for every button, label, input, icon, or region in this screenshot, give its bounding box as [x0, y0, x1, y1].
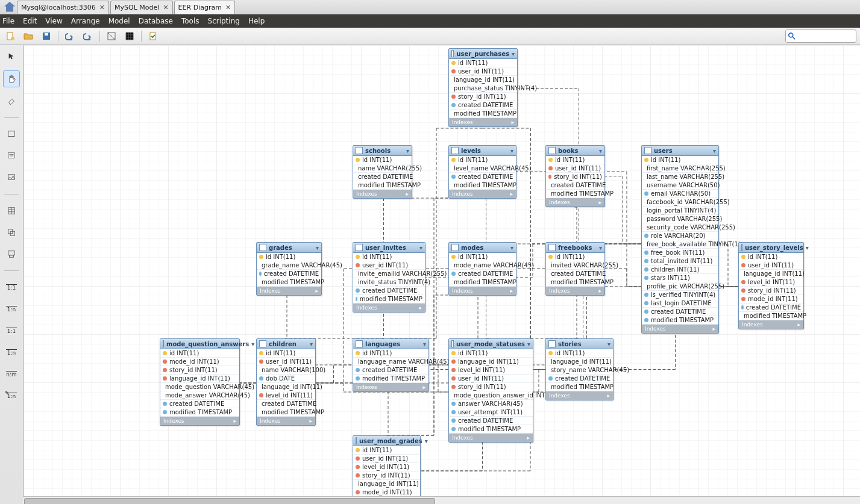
- relationship-tool[interactable]: n:m: [4, 366, 19, 382]
- column-row[interactable]: modified TIMESTAMP: [546, 278, 604, 287]
- table-header[interactable]: freebooks▾: [546, 243, 604, 253]
- column-row[interactable]: email VARCHAR(50): [642, 190, 718, 198]
- column-row[interactable]: id INT(11): [739, 253, 803, 261]
- column-row[interactable]: language_id INT(11): [160, 375, 239, 383]
- collapse-icon[interactable]: ▾: [251, 341, 254, 347]
- collapse-icon[interactable]: ▾: [406, 148, 409, 154]
- indexes-section[interactable]: Indexes▸: [546, 287, 604, 295]
- relationship-tool[interactable]: ✎1:n: [4, 388, 19, 403]
- indexes-section[interactable]: Indexes▸: [642, 325, 718, 333]
- expand-icon[interactable]: ▸: [511, 119, 514, 125]
- column-row[interactable]: created DATETIME: [642, 308, 718, 316]
- expand-icon[interactable]: ▸: [712, 326, 715, 332]
- redo-button[interactable]: [81, 30, 95, 43]
- column-row[interactable]: language_id INT(11): [353, 480, 420, 488]
- app-tab[interactable]: EER Diagram✕: [174, 1, 236, 14]
- column-row[interactable]: story_id INT(11): [160, 366, 239, 375]
- column-row[interactable]: user_id INT(11): [449, 67, 517, 76]
- entity-table[interactable]: children▾id INT(11)user_id INT(11)name V…: [256, 338, 316, 426]
- column-row[interactable]: id INT(11): [449, 156, 516, 164]
- table-header[interactable]: stories▾: [546, 339, 613, 349]
- table-header[interactable]: user_story_levels▾: [739, 243, 803, 253]
- image-tool[interactable]: [4, 170, 19, 185]
- column-row[interactable]: created DATETIME: [353, 366, 428, 375]
- collapse-icon[interactable]: ▾: [423, 341, 426, 347]
- column-row[interactable]: facebook_id VARCHAR(255): [642, 198, 718, 207]
- column-row[interactable]: level_id INT(11): [257, 391, 315, 400]
- column-row[interactable]: id INT(11): [546, 156, 604, 164]
- expand-icon[interactable]: ▸: [797, 322, 800, 328]
- search-box[interactable]: [785, 30, 856, 43]
- column-row[interactable]: free_book INT(11): [642, 249, 718, 257]
- column-row[interactable]: mode_question_answer_id INT(11): [449, 391, 533, 400]
- collapse-icon[interactable]: ▾: [316, 244, 319, 251]
- column-row[interactable]: story_id INT(11): [353, 471, 420, 480]
- expand-icon[interactable]: ▸: [315, 288, 318, 294]
- column-row[interactable]: created DATETIME: [546, 375, 613, 383]
- column-row[interactable]: id INT(11): [449, 59, 517, 67]
- table-header[interactable]: modes▾: [449, 243, 516, 253]
- eraser-tool[interactable]: [4, 93, 19, 109]
- table-header[interactable]: children▾: [257, 339, 315, 349]
- expand-icon[interactable]: ▸: [510, 191, 513, 197]
- column-row[interactable]: id INT(11): [546, 253, 604, 261]
- column-row[interactable]: security_code VARCHAR(255): [642, 223, 718, 232]
- entity-table[interactable]: mode_question_answers▾id INT(11)mode_id …: [160, 338, 240, 426]
- entity-table[interactable]: grades▾id INT(11)grade_name VARCHAR(45)c…: [256, 242, 322, 296]
- column-row[interactable]: story_name VARCHAR(45): [546, 366, 613, 375]
- entity-table[interactable]: languages▾id INT(11)language_name VARCHA…: [353, 338, 429, 392]
- expand-icon[interactable]: ▸: [419, 305, 422, 311]
- column-row[interactable]: language_id INT(11): [546, 358, 613, 366]
- column-row[interactable]: story_id INT(11): [546, 173, 604, 181]
- column-row[interactable]: created DATETIME: [739, 303, 803, 312]
- menu-item[interactable]: Database: [139, 17, 173, 25]
- column-row[interactable]: modified TIMESTAMP: [546, 383, 613, 391]
- column-row[interactable]: stars INT(11): [642, 274, 718, 282]
- indexes-section[interactable]: Indexes▸: [257, 417, 315, 425]
- column-row[interactable]: mode_id INT(11): [160, 358, 239, 366]
- column-row[interactable]: modified TIMESTAMP: [353, 181, 412, 190]
- expand-icon[interactable]: ▸: [233, 418, 236, 424]
- entity-table[interactable]: user_mode_statuses▾id INT(11)language_id…: [448, 338, 533, 443]
- column-row[interactable]: mode_name VARCHAR(45): [449, 261, 516, 270]
- entity-table[interactable]: books▾id INT(11)user_id INT(11)story_id …: [545, 145, 605, 207]
- column-row[interactable]: id INT(11): [449, 349, 533, 358]
- column-row[interactable]: created DATETIME: [449, 270, 516, 278]
- new-file-button[interactable]: [4, 30, 17, 43]
- column-row[interactable]: level_id INT(11): [449, 366, 533, 375]
- column-row[interactable]: story_id INT(11): [449, 93, 517, 101]
- routine-tool[interactable]: [4, 246, 19, 262]
- column-row[interactable]: login_portal TINYINT(4): [642, 207, 718, 215]
- column-row[interactable]: created DATETIME: [449, 173, 516, 181]
- column-row[interactable]: mode_question VARCHAR(45): [160, 383, 239, 391]
- entity-table[interactable]: stories▾id INT(11)language_id INT(11)sto…: [545, 338, 614, 400]
- column-row[interactable]: children INT(11): [642, 266, 718, 274]
- indexes-section[interactable]: Indexes▸: [449, 434, 533, 442]
- column-row[interactable]: user_id INT(11): [449, 375, 533, 383]
- column-row[interactable]: modified TIMESTAMP: [642, 316, 718, 325]
- column-row[interactable]: created DATETIME: [546, 270, 604, 278]
- indexes-section[interactable]: Indexes▸: [739, 320, 803, 329]
- undo-button[interactable]: [63, 30, 77, 43]
- column-row[interactable]: user_id INT(11): [257, 358, 315, 366]
- column-row[interactable]: id INT(11): [546, 349, 613, 358]
- menu-item[interactable]: Help: [248, 17, 265, 25]
- collapse-icon[interactable]: ▾: [806, 244, 809, 251]
- scrollbar-thumb[interactable]: [24, 498, 435, 504]
- entity-table[interactable]: user_story_levels▾id INT(11)user_id INT(…: [738, 242, 804, 329]
- column-row[interactable]: id INT(11): [353, 446, 420, 455]
- indexes-section[interactable]: Indexes▸: [257, 287, 321, 295]
- table-header[interactable]: levels▾: [449, 146, 516, 156]
- indexes-section[interactable]: Indexes▸: [449, 287, 516, 295]
- column-row[interactable]: language_name VARCHAR(45): [353, 358, 428, 366]
- collapse-icon[interactable]: ▾: [599, 148, 602, 154]
- indexes-section[interactable]: Indexes▸: [353, 190, 412, 198]
- column-row[interactable]: mode_id INT(11): [739, 295, 803, 303]
- collapse-icon[interactable]: ▾: [419, 244, 422, 251]
- column-row[interactable]: created DATETIME: [353, 173, 412, 181]
- column-row[interactable]: modified TIMESTAMP: [449, 181, 516, 190]
- table-header[interactable]: user_mode_grades▾: [353, 436, 420, 446]
- column-row[interactable]: story_id INT(11): [739, 287, 803, 295]
- column-row[interactable]: level_name VARCHAR(45): [449, 164, 516, 173]
- column-row[interactable]: modified TIMESTAMP: [546, 190, 604, 198]
